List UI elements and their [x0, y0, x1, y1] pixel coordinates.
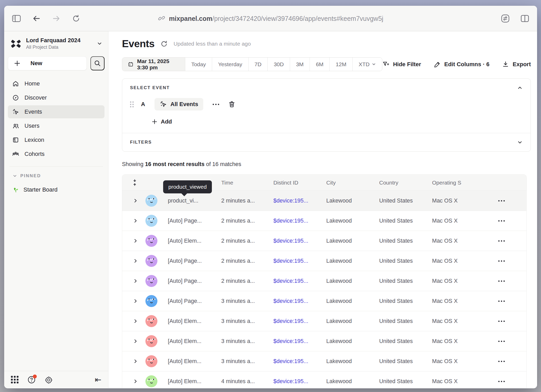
row-expand-chevron[interactable]	[122, 319, 145, 323]
drag-handle[interactable]	[130, 101, 134, 107]
table-row[interactable]: [Auto] Page... 2 minutes a... $device:19…	[122, 251, 526, 271]
sidebar-item-starter-board[interactable]: Starter Board	[13, 186, 104, 193]
row-actions-button[interactable]	[496, 218, 507, 224]
distinct-id-link[interactable]: $device:195...	[273, 298, 326, 304]
range-yesterday[interactable]: Yesterday	[212, 58, 248, 71]
forward-button[interactable]	[52, 15, 60, 22]
column-header-city[interactable]: City	[326, 180, 379, 186]
refresh-icon[interactable]	[160, 40, 168, 48]
row-actions-button[interactable]	[496, 258, 507, 264]
row-expand-chevron[interactable]	[122, 339, 145, 344]
row-actions-button[interactable]	[496, 298, 507, 304]
delete-event-button[interactable]	[228, 101, 236, 108]
distinct-id-link[interactable]: $device:195...	[273, 338, 326, 345]
event-selector-chip[interactable]: All Events	[155, 98, 203, 111]
sidebar-item-lexicon[interactable]: Lexicon	[8, 133, 104, 146]
address-bar[interactable]: mixpanel.com/project/3472420/view/397469…	[158, 15, 383, 22]
distinct-id-link[interactable]: $device:195...	[273, 318, 326, 324]
split-view-icon[interactable]	[520, 15, 529, 22]
row-expand-chevron[interactable]	[122, 218, 145, 223]
event-avatar	[145, 315, 157, 327]
range-3m[interactable]: 3M	[290, 58, 310, 71]
column-header-operating-system[interactable]: Operating S	[432, 180, 491, 186]
table-row[interactable]: [Auto] Page... 2 minutes a... $device:19…	[122, 271, 526, 291]
row-expand-chevron[interactable]	[122, 238, 145, 243]
distinct-id-link[interactable]: $device:195...	[273, 218, 326, 224]
add-event-button[interactable]: Add	[151, 118, 523, 125]
expand-section-chevron-down[interactable]	[517, 139, 523, 145]
page-settings-icon[interactable]	[501, 14, 510, 23]
range-today[interactable]: Today	[185, 58, 212, 71]
sidebar-item-cohorts[interactable]: Cohorts	[8, 148, 104, 161]
distinct-id-link[interactable]: $device:195...	[273, 278, 326, 284]
sidebar-toggle-icon[interactable]	[12, 15, 21, 22]
edit-columns-button[interactable]: Edit Columns · 6	[434, 61, 490, 68]
events-table: product_viewed Time Distinct ID City Cou…	[122, 174, 527, 388]
os-cell: Mac OS X	[432, 358, 491, 365]
hide-filter-button[interactable]: Hide Filter	[382, 61, 421, 68]
distinct-id-link[interactable]: $device:195...	[273, 238, 326, 244]
row-actions-button[interactable]	[496, 318, 507, 324]
pinned-section-toggle[interactable]: PINNED	[13, 173, 104, 179]
sidebar-item-events[interactable]: Events	[8, 105, 104, 118]
back-button[interactable]	[32, 15, 41, 22]
time-cell: 2 minutes a...	[221, 278, 273, 284]
column-header-distinct-id[interactable]: Distinct ID	[273, 180, 326, 186]
row-actions-button[interactable]	[496, 358, 507, 365]
table-row[interactable]: [Auto] Page... 2 minutes a... $device:19…	[122, 211, 526, 231]
row-expand-chevron[interactable]	[122, 379, 145, 384]
sidebar: Lord Farquaad 2024 All Project Data New …	[4, 31, 108, 388]
country-cell: United States	[379, 298, 432, 304]
collapse-sidebar-icon[interactable]: ⇤	[95, 375, 101, 384]
distinct-id-link[interactable]: $device:195...	[273, 358, 326, 365]
distinct-id-link[interactable]: $device:195...	[273, 198, 326, 204]
row-expand-chevron[interactable]	[122, 259, 145, 263]
row-actions-button[interactable]	[496, 198, 507, 204]
event-options-button[interactable]	[213, 104, 219, 105]
distinct-id-link[interactable]: $device:195...	[273, 378, 326, 385]
apps-grid-icon[interactable]	[11, 376, 19, 383]
time-cell: 2 minutes a...	[221, 258, 273, 264]
column-header-country[interactable]: Country	[379, 180, 432, 186]
table-row[interactable]: [Auto] Elem... 3 minutes a... $device:19…	[122, 351, 526, 371]
collapse-all-rows-icon[interactable]	[122, 179, 145, 186]
avatar-face	[145, 195, 157, 207]
sidebar-item-users[interactable]: Users	[8, 119, 104, 132]
row-expand-chevron[interactable]	[122, 279, 145, 283]
distinct-id-link[interactable]: $device:195...	[273, 258, 326, 264]
date-picker-button[interactable]: Mar 11, 2025 3:30 pm	[122, 58, 185, 71]
settings-button[interactable]	[45, 376, 53, 384]
table-row[interactable]: [Auto] Elem... 4 minutes a... $device:19…	[122, 371, 526, 388]
range-6m[interactable]: 6M	[310, 58, 329, 71]
city-cell: Lakewood	[326, 198, 379, 204]
help-button[interactable]	[27, 376, 36, 384]
select-event-label: SELECT EVENT	[130, 85, 170, 90]
range-12m[interactable]: 12M	[329, 58, 352, 71]
row-expand-chevron[interactable]	[122, 359, 145, 364]
table-row[interactable]: [Auto] Elem... 2 minutes a... $device:19…	[122, 231, 526, 251]
new-button[interactable]: New	[8, 56, 87, 70]
sidebar-item-home[interactable]: Home	[8, 77, 104, 90]
row-actions-button[interactable]	[496, 238, 507, 244]
table-row[interactable]: [Auto] Elem... 3 minutes a... $device:19…	[122, 331, 526, 351]
time-cell: 3 minutes a...	[221, 338, 273, 345]
export-button[interactable]: Export	[502, 61, 531, 68]
row-actions-button[interactable]	[496, 338, 507, 345]
row-actions-button[interactable]	[496, 278, 507, 284]
row-expand-chevron[interactable]	[122, 299, 145, 303]
collapse-section-chevron-up[interactable]	[517, 85, 523, 91]
range-7d[interactable]: 7D	[248, 58, 268, 71]
column-header-time[interactable]: Time	[221, 180, 273, 186]
project-switcher[interactable]: Lord Farquaad 2024 All Project Data	[8, 35, 104, 52]
avatar-face	[145, 315, 157, 327]
row-actions-button[interactable]	[496, 378, 507, 385]
reload-button[interactable]	[72, 14, 80, 23]
range-xtd[interactable]: XTD	[352, 58, 382, 71]
sidebar-item-discover[interactable]: Discover	[8, 91, 104, 104]
trash-icon	[228, 101, 236, 108]
search-button[interactable]	[90, 56, 104, 70]
row-expand-chevron[interactable]	[122, 198, 145, 203]
table-row[interactable]: [Auto] Page... 3 minutes a... $device:19…	[122, 291, 526, 311]
table-row[interactable]: [Auto] Elem... 3 minutes a... $device:19…	[122, 311, 526, 331]
range-30d[interactable]: 30D	[267, 58, 290, 71]
